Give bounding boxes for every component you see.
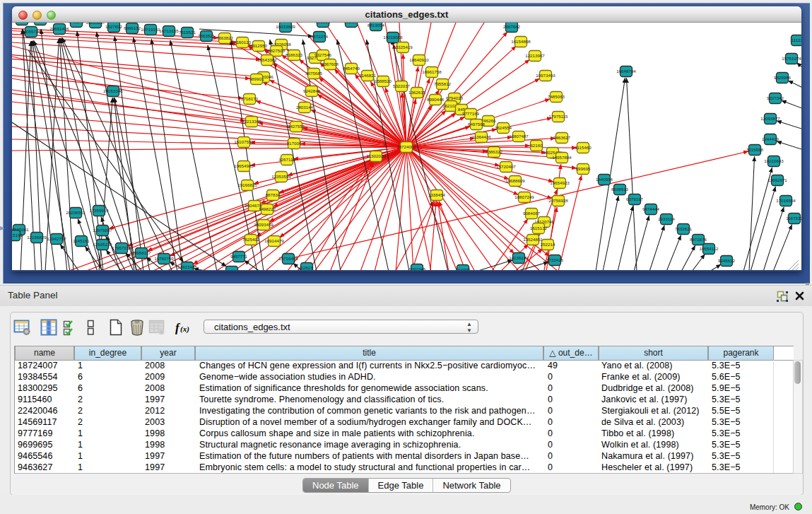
svg-text:3267110: 3267110 xyxy=(278,157,295,162)
svg-text:9827503: 9827503 xyxy=(268,48,286,53)
svg-text:7663822: 7663822 xyxy=(216,35,234,40)
svg-text:(x): (x) xyxy=(180,325,189,334)
svg-text:1733426: 1733426 xyxy=(546,257,564,262)
svg-text:1362615: 1362615 xyxy=(408,90,426,95)
svg-text:16713155: 16713155 xyxy=(159,28,179,33)
svg-text:10973493: 10973493 xyxy=(536,73,555,78)
svg-text:2718170: 2718170 xyxy=(241,96,259,101)
svg-text:1527602: 1527602 xyxy=(105,24,123,29)
svg-text:9146821: 9146821 xyxy=(359,73,377,78)
svg-text:2933114: 2933114 xyxy=(658,216,675,221)
svg-text:13325419: 13325419 xyxy=(393,45,413,49)
svg-text:12505135: 12505135 xyxy=(93,242,112,247)
svg-text:6497568: 6497568 xyxy=(468,122,486,127)
svg-text:20756928: 20756928 xyxy=(548,198,568,203)
svg-text:10653267: 10653267 xyxy=(86,23,105,25)
svg-text:9474444: 9474444 xyxy=(642,206,660,211)
svg-text:17016504: 17016504 xyxy=(776,198,796,203)
svg-text:9329966: 9329966 xyxy=(774,75,792,80)
svg-text:249379: 249379 xyxy=(69,23,84,24)
svg-text:190514: 190514 xyxy=(344,23,359,24)
svg-text:20691406: 20691406 xyxy=(49,26,69,31)
svg-text:11123: 11123 xyxy=(792,37,801,42)
svg-text:21302033: 21302033 xyxy=(366,153,386,158)
svg-text:2803144: 2803144 xyxy=(296,105,314,110)
svg-text:12353594: 12353594 xyxy=(271,174,291,179)
svg-text:10688609: 10688609 xyxy=(505,178,525,183)
svg-text:13524851: 13524851 xyxy=(523,237,543,242)
svg-text:8938913: 8938913 xyxy=(611,187,629,192)
svg-text:1167533: 1167533 xyxy=(786,216,801,221)
svg-text:10210643: 10210643 xyxy=(764,158,784,163)
svg-text:12156829: 12156829 xyxy=(27,235,47,240)
svg-text:16107552: 16107552 xyxy=(234,139,254,144)
svg-text:7955812: 7955812 xyxy=(434,81,452,86)
svg-text:15720407: 15720407 xyxy=(496,164,516,169)
svg-text:881305: 881305 xyxy=(316,23,331,24)
svg-text:2367608: 2367608 xyxy=(322,62,339,66)
svg-text:12942757: 12942757 xyxy=(47,236,66,241)
svg-text:3624554: 3624554 xyxy=(495,125,512,130)
svg-text:20206551: 20206551 xyxy=(66,210,86,215)
svg-text:9242848: 9242848 xyxy=(303,88,321,93)
svg-text:13692971: 13692971 xyxy=(767,177,787,182)
svg-text:24055724: 24055724 xyxy=(21,29,41,34)
svg-text:6379197: 6379197 xyxy=(626,197,644,201)
svg-text:9115460: 9115460 xyxy=(575,145,592,150)
svg-text:699695: 699695 xyxy=(576,166,591,171)
svg-text:16914479: 16914479 xyxy=(264,238,284,243)
svg-text:14957884: 14957884 xyxy=(552,155,572,160)
svg-text:12093877: 12093877 xyxy=(760,116,780,121)
svg-text:10719151: 10719151 xyxy=(141,27,160,32)
svg-text:9327546: 9327546 xyxy=(314,52,332,57)
svg-text:19218506: 19218506 xyxy=(383,35,403,40)
svg-text:7625402: 7625402 xyxy=(242,237,260,242)
svg-text:9227342: 9227342 xyxy=(767,95,784,100)
svg-text:8990448: 8990448 xyxy=(427,97,445,102)
svg-text:16961758: 16961758 xyxy=(422,69,442,74)
svg-text:15716485: 15716485 xyxy=(278,256,298,261)
svg-text:10807487: 10807487 xyxy=(509,134,529,139)
svg-text:6794028: 6794028 xyxy=(446,95,464,100)
svg-text:18724007: 18724007 xyxy=(396,144,416,149)
svg-text:8454749: 8454749 xyxy=(343,66,360,71)
svg-text:8160123: 8160123 xyxy=(234,40,252,45)
svg-text:1244419: 1244419 xyxy=(762,136,779,141)
svg-text:10958117: 10958117 xyxy=(131,250,151,255)
svg-text:7386322: 7386322 xyxy=(486,149,503,154)
svg-text:1498222: 1498222 xyxy=(259,206,276,211)
svg-text:6966102: 6966102 xyxy=(124,25,141,30)
svg-text:16093459: 16093459 xyxy=(254,222,273,227)
svg-text:8912950: 8912950 xyxy=(250,43,268,48)
svg-text:1338454: 1338454 xyxy=(428,192,446,197)
svg-text:9084067: 9084067 xyxy=(523,211,541,216)
svg-text:16033809: 16033809 xyxy=(276,24,295,29)
svg-text:17975115: 17975115 xyxy=(548,114,568,119)
svg-text:9463627: 9463627 xyxy=(553,135,571,140)
svg-text:3675685: 3675685 xyxy=(305,71,323,76)
svg-text:3215958: 3215958 xyxy=(746,147,764,152)
svg-text:62160: 62160 xyxy=(530,143,543,148)
svg-text:16782759: 16782759 xyxy=(154,256,174,261)
svg-text:16154808: 16154808 xyxy=(511,39,531,44)
svg-text:5322037: 5322037 xyxy=(393,83,411,88)
svg-text:15751074: 15751074 xyxy=(782,56,801,61)
svg-text:917006: 917006 xyxy=(287,141,302,146)
svg-text:8813054: 8813054 xyxy=(367,23,385,28)
svg-text:14136141: 14136141 xyxy=(509,255,529,260)
svg-text:3572274: 3572274 xyxy=(311,34,329,39)
svg-text:1615132: 1615132 xyxy=(530,226,548,230)
svg-text:1640954: 1640954 xyxy=(596,177,613,182)
svg-text:19654985: 19654985 xyxy=(234,163,254,168)
svg-text:16543362: 16543362 xyxy=(257,57,277,62)
svg-text:12823485: 12823485 xyxy=(177,264,197,269)
svg-text:8186323: 8186323 xyxy=(286,52,303,57)
svg-text:887834: 887834 xyxy=(266,192,281,197)
svg-text:9457771: 9457771 xyxy=(230,254,248,259)
svg-text:7663821: 7663821 xyxy=(198,33,216,38)
svg-text:1145161: 1145161 xyxy=(73,238,90,243)
svg-text:9427552: 9427552 xyxy=(288,124,305,129)
svg-text:13975887: 13975887 xyxy=(93,228,112,233)
svg-text:17957275: 17957275 xyxy=(112,245,131,250)
svg-text:18640910: 18640910 xyxy=(409,57,429,62)
